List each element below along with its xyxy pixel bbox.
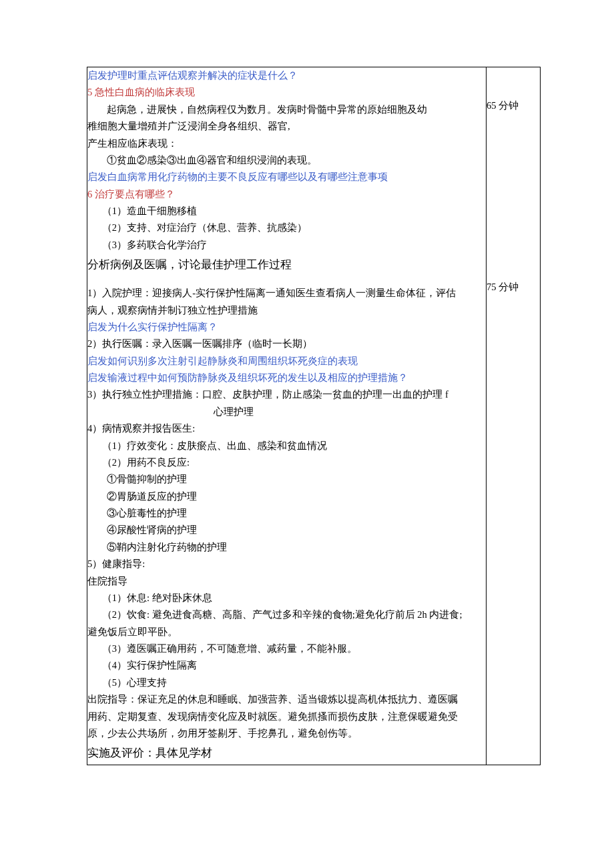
prompt-text: 启发护理时重点评估观察并解决的症状是什么？ xyxy=(87,67,486,84)
body-text: 心理护理 xyxy=(87,404,486,420)
spacer xyxy=(487,114,540,129)
body-text: 用药、定期复查、发现病情变化应及时就医。避免抓搔而损伤皮肤，注意保暖避免受 xyxy=(87,709,486,725)
spacer xyxy=(487,189,540,203)
body-text: 3）执行独立性护理措施：口腔、皮肤护理，防止感染一贫血的护理一出血的护理 f xyxy=(87,386,486,403)
spacer xyxy=(487,82,540,97)
list-item: （3）多药联合化学治疗 xyxy=(87,237,486,254)
main-cell: 启发护理时重点评估观察并解决的症状是什么？ 5 急性白血病的临床表现 起病急，进… xyxy=(87,67,487,765)
prompt-text: 启发输液过程中如何预防静脉炎及组织坏死的发生以及相应的护理措施？ xyxy=(87,370,486,386)
body-text: 出院指导：保证充足的休息和睡眠、加强营养、适当锻炼以提高机体抵抗力、遵医嘱 xyxy=(87,691,486,708)
body-text: 病人，观察病情并制订独立性护理措施 xyxy=(87,302,486,319)
body-text: 原，少去公共场所，勿用牙签剔牙、手挖鼻孔，避免创伤等。 xyxy=(87,725,486,742)
body-text: 2）执行医嘱：录入医嘱一医嘱排序（临时一长期） xyxy=(87,336,486,352)
list-item: （1）造血干细胞移植 xyxy=(87,203,486,220)
spacer xyxy=(487,173,540,188)
body-text: 起病急，进展快，自然病程仅为数月。发病时骨髓中异常的原始细胞及幼 xyxy=(87,101,486,118)
spacer xyxy=(487,203,540,218)
spacer xyxy=(487,264,540,278)
body-text: 住院指导 xyxy=(87,573,486,590)
list-item: （3）遵医嘱正确用药，不可随意增、减药量，不能补服。 xyxy=(87,640,486,657)
body-text: 4）病情观察并报告医生: xyxy=(87,420,486,437)
spacer xyxy=(487,249,540,264)
body-text: ①贫血②感染③出血④器官和组织浸润的表现。 xyxy=(87,152,486,169)
section-heading: 5 急性白血病的临床表现 xyxy=(87,84,486,101)
list-item: （4）实行保护性隔离 xyxy=(87,657,486,674)
spacer xyxy=(87,276,486,285)
content-table: 启发护理时重点评估观察并解决的症状是什么？ 5 急性白血病的临床表现 起病急，进… xyxy=(87,67,541,765)
body-text: 1）入院护理：迎接病人-实行保护性隔离一通知医生查看病人一测量生命体征，评估 xyxy=(87,285,486,302)
document-page: 启发护理时重点评估观察并解决的症状是什么？ 5 急性白血病的临床表现 起病急，进… xyxy=(0,0,614,805)
spacer xyxy=(487,144,540,159)
prompt-text: 启发为什么实行保护性隔离？ xyxy=(87,319,486,336)
list-item: （1）休息: 绝对卧床休息 xyxy=(87,590,486,606)
side-cell: 65 分钟 75 分钟 xyxy=(487,67,541,765)
body-text: 5）健康指导: xyxy=(87,556,486,572)
prompt-text: 启发白血病常用化疗药物的主要不良反应有哪些以及有哪些注意事项 xyxy=(87,169,486,185)
section-heading: 6 治疗要点有哪些？ xyxy=(87,186,486,203)
list-item: （5）心理支持 xyxy=(87,675,486,691)
section-heading: 分析病例及医嘱，讨论最佳护理工作过程 xyxy=(87,254,486,276)
list-item: ①骨髓抑制的护理 xyxy=(87,471,486,488)
list-item: ④尿酸性肾病的护理 xyxy=(87,522,486,538)
section-heading: 实施及评价：具体见学材 xyxy=(87,742,486,765)
body-text: 产生相应临床表现： xyxy=(87,135,486,152)
list-item: （1）疗效变化：皮肤瘀点、出血、感染和贫血情况 xyxy=(87,438,486,454)
list-item: （2）用药不良反应: xyxy=(87,454,486,471)
list-item: ②胃肠道反应的护理 xyxy=(87,488,486,505)
body-text: 稚细胞大量增殖并广泛浸润全身各组织、器官, xyxy=(87,118,486,135)
list-item: （2）饮食: 避免进食高糖、高脂、产气过多和辛辣的食物;避免化疗前后 2h 内进… xyxy=(87,606,486,623)
spacer xyxy=(487,129,540,143)
prompt-text: 启发如何识别多次注射引起静脉炎和周围组织坏死炎症的表现 xyxy=(87,353,486,370)
list-item: （2）支持、对症治疗（休息、营养、抗感染） xyxy=(87,220,486,236)
body-text: 避免饭后立即平卧。 xyxy=(87,624,486,640)
duration-label: 65 分钟 xyxy=(487,97,540,114)
list-item: ③心脏毒性的护理 xyxy=(87,505,486,522)
spacer xyxy=(487,219,540,234)
spacer xyxy=(487,159,540,173)
spacer xyxy=(487,67,540,82)
duration-label: 75 分钟 xyxy=(487,279,540,296)
spacer xyxy=(487,234,540,248)
list-item: ⑤鞘内注射化疗药物的护理 xyxy=(87,539,486,556)
